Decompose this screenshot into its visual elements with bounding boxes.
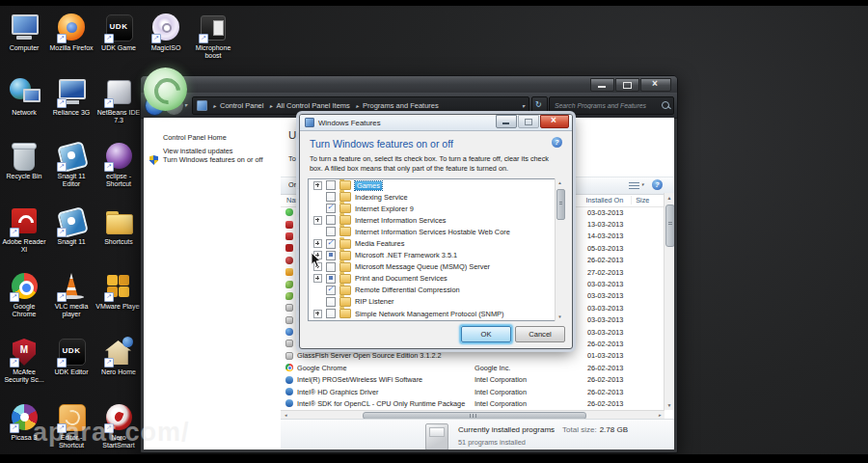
desktop-icon[interactable]: Shortcuts: [95, 206, 142, 246]
program-row[interactable]: Intel® SDK for OpenCL - CPU Only Runtime…: [281, 397, 665, 409]
feature-row[interactable]: RIP Listener: [309, 296, 563, 308]
sidebar-task-link[interactable]: Control Panel Home: [144, 133, 271, 142]
expand-plus-icon[interactable]: [313, 181, 322, 190]
desktop-icon[interactable]: Adobe Reader XI: [1, 206, 47, 254]
maximize-button[interactable]: [615, 78, 639, 92]
program-row[interactable]: Intel® HD Graphics Driver Intel Corporat…: [281, 386, 665, 397]
feature-checkbox[interactable]: [326, 192, 336, 202]
program-row[interactable]: Google Chrome Google Inc. 26-02-2013: [281, 362, 665, 373]
feature-row[interactable]: Media Features: [309, 237, 563, 249]
minimize-button[interactable]: [590, 78, 614, 92]
help-icon[interactable]: [652, 179, 663, 190]
feature-checkbox[interactable]: [326, 204, 336, 213]
feature-label[interactable]: RIP Listener: [355, 297, 394, 306]
expand-plus-icon[interactable]: [313, 310, 322, 318]
feature-label[interactable]: Internet Information Services Hostable W…: [355, 228, 510, 236]
desktop-icon[interactable]: VMware Player: [95, 271, 142, 311]
feature-row[interactable]: Games: [309, 179, 563, 191]
desktop-icon[interactable]: Mozilla Firefox: [48, 13, 95, 52]
feature-row[interactable]: Microsoft .NET Framework 3.5.1: [309, 250, 563, 261]
ok-button[interactable]: OK: [461, 326, 511, 342]
feature-label[interactable]: Indexing Service: [355, 193, 408, 202]
feature-label[interactable]: Media Features: [355, 239, 404, 248]
feature-checkbox[interactable]: [326, 180, 336, 190]
feature-label[interactable]: Simple Network Management Protocol (SNMP…: [355, 310, 503, 318]
scroll-down-icon[interactable]: [665, 400, 674, 410]
feature-checkbox[interactable]: [326, 215, 336, 225]
feature-checkbox[interactable]: [326, 262, 336, 272]
desktop-icon[interactable]: Network: [1, 77, 47, 117]
desktop-icon[interactable]: Reliance 3G: [48, 77, 95, 117]
desktop-icon[interactable]: VLC media player: [48, 271, 95, 318]
feature-label[interactable]: Print and Document Services: [355, 274, 448, 283]
desktop-icon[interactable]: NetBeans IDE 7.3: [95, 77, 142, 124]
recent-pages-dropdown-icon[interactable]: [184, 101, 187, 108]
program-row[interactable]: GlassFish Server Open Source Edition 3.1…: [281, 350, 665, 362]
window-titlebar[interactable]: [141, 76, 677, 93]
address-dropdown-icon[interactable]: [522, 102, 525, 109]
feature-checkbox[interactable]: [326, 274, 336, 284]
feature-row[interactable]: Microsoft Message Queue (MSMQ) Server: [309, 261, 563, 273]
feature-label[interactable]: Microsoft .NET Framework 3.5.1: [355, 251, 457, 259]
refresh-button[interactable]: [531, 96, 548, 115]
feature-checkbox[interactable]: [326, 251, 336, 260]
feature-row[interactable]: Indexing Service: [309, 191, 563, 203]
desktop-icon[interactable]: eclipse - Shortcut: [95, 141, 142, 188]
feature-checkbox[interactable]: [326, 286, 336, 295]
desktop-icon[interactable]: Recycle Bin: [1, 141, 47, 180]
breadcrumb-item[interactable]: All Control Panel Items: [277, 101, 350, 110]
folder-icon: [339, 215, 351, 225]
dialog-close-button[interactable]: [540, 115, 569, 128]
desktop-icon[interactable]: Microphone boost: [190, 13, 236, 60]
feature-checkbox[interactable]: [326, 297, 336, 307]
dialog-minimize-button[interactable]: [496, 115, 517, 128]
change-view-button[interactable]: [629, 182, 639, 190]
scroll-up-icon[interactable]: [665, 193, 674, 203]
dialog-titlebar[interactable]: Windows Features: [300, 115, 572, 131]
feature-checkbox[interactable]: [326, 227, 336, 236]
feature-row[interactable]: Internet Explorer 9: [309, 203, 563, 214]
breadcrumb-item[interactable]: Programs and Features: [363, 101, 439, 110]
feature-row[interactable]: Print and Document Services: [309, 273, 563, 285]
feature-label[interactable]: Internet Explorer 9: [355, 204, 414, 213]
desktop-icon[interactable]: MagicISO: [143, 13, 189, 52]
expand-plus-icon[interactable]: [313, 216, 322, 225]
feature-checkbox[interactable]: [326, 309, 336, 318]
feature-label[interactable]: Games: [355, 181, 382, 190]
sidebar-task-link[interactable]: Turn Windows features on or off: [144, 155, 271, 164]
program-row[interactable]: Intel(R) PROSet/Wireless WiFi Software I…: [281, 373, 665, 385]
dialog-help-icon[interactable]: [552, 137, 562, 148]
feature-label[interactable]: Remote Differential Compression: [355, 286, 460, 294]
features-scrollbar[interactable]: [555, 178, 564, 321]
column-size[interactable]: Size: [632, 196, 665, 204]
feature-row[interactable]: Internet Information Services: [309, 214, 563, 226]
column-installed-on[interactable]: Installed On: [582, 196, 632, 204]
scrollbar-thumb[interactable]: [556, 189, 565, 220]
search-input[interactable]: [553, 98, 658, 113]
expand-plus-icon[interactable]: [313, 239, 322, 248]
desktop-icon[interactable]: Google Chrome: [1, 271, 47, 318]
breadcrumb-item[interactable]: Control Panel: [220, 101, 263, 110]
desktop-icon[interactable]: Snagit 11: [48, 206, 95, 246]
vertical-scrollbar[interactable]: [664, 193, 674, 410]
sidebar-task-link[interactable]: View installed updates: [144, 147, 271, 155]
desktop-icon[interactable]: McAfee Security Sc...: [1, 337, 47, 384]
feature-label[interactable]: Internet Information Services: [355, 216, 446, 225]
close-button[interactable]: [640, 78, 671, 92]
feature-row[interactable]: Simple Network Management Protocol (SNMP…: [309, 308, 563, 319]
scroll-down-icon[interactable]: [556, 313, 564, 321]
feature-row[interactable]: Remote Differential Compression: [309, 285, 563, 296]
desktop-icon[interactable]: UDK Game: [95, 13, 142, 52]
desktop-icon[interactable]: Computer: [1, 13, 47, 52]
expand-plus-icon[interactable]: [313, 274, 322, 283]
desktop-icon[interactable]: Nero Home: [95, 337, 142, 376]
feature-checkbox[interactable]: [326, 239, 336, 249]
breadcrumb[interactable]: Control Panel All Control Panel Items Pr…: [192, 96, 529, 115]
feature-row[interactable]: Internet Information Services Hostable W…: [309, 226, 563, 237]
scroll-up-icon[interactable]: [556, 178, 564, 187]
desktop-icon[interactable]: UDK Editor: [48, 337, 95, 376]
cancel-button[interactable]: Cancel: [515, 326, 565, 342]
scrollbar-thumb[interactable]: [665, 204, 674, 247]
desktop-icon[interactable]: Snagit 11 Editor: [48, 141, 95, 188]
feature-label[interactable]: Microsoft Message Queue (MSMQ) Server: [355, 262, 490, 271]
